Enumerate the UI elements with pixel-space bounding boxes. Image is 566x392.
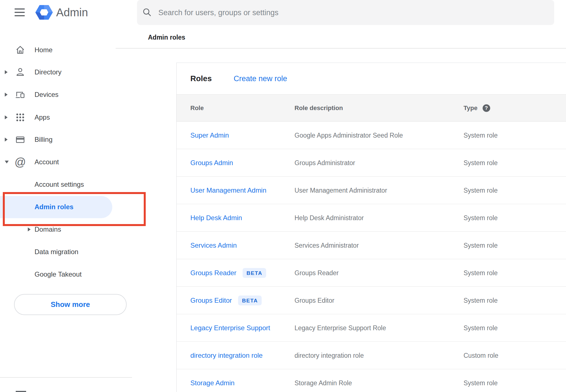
role-type: System role: [464, 324, 497, 332]
search-input[interactable]: [158, 0, 440, 26]
sidebar-item-google-takeout[interactable]: Google Takeout: [0, 263, 116, 286]
role-description: directory integration role: [295, 352, 364, 359]
breadcrumb: Admin roles: [148, 34, 185, 41]
role-description: Services Administrator: [295, 241, 359, 249]
roles-card: Roles Create new role Role Role descript…: [176, 63, 566, 392]
sidebar-item-account-settings[interactable]: Account settings: [0, 173, 116, 196]
home-icon: [15, 44, 26, 56]
role-link[interactable]: Storage Admin: [190, 379, 234, 387]
table-row: Storage Admin Storage Admin Role System …: [177, 369, 566, 392]
role-link[interactable]: Legacy Enterprise Support: [190, 324, 270, 332]
menu-icon[interactable]: [15, 8, 25, 16]
table-row: Super Admin Google Apps Administrator Se…: [177, 122, 566, 149]
table-row: directory integration role directory int…: [177, 342, 566, 369]
page-title: Roles: [190, 74, 212, 83]
role-link[interactable]: Groups Editor: [190, 297, 232, 304]
sidebar-item-label: Home: [35, 46, 53, 54]
sidebar-item-label: Apps: [35, 113, 50, 121]
sidebar-item-label: Devices: [35, 91, 58, 99]
show-more-label: Show more: [51, 300, 90, 309]
sidebar-item-domains[interactable]: Domains: [0, 218, 116, 241]
collapse-arrow-icon[interactable]: [5, 161, 9, 163]
role-type: Custom role: [464, 352, 498, 359]
create-new-role-link[interactable]: Create new role: [234, 74, 287, 83]
sidebar-bottom-divider: [0, 377, 132, 378]
role-type: System role: [464, 214, 497, 222]
role-link[interactable]: Super Admin: [190, 131, 229, 139]
role-type: System role: [464, 186, 497, 194]
sidebar-item-label: Account settings: [35, 181, 84, 188]
sidebar-item-home[interactable]: Home: [0, 39, 116, 61]
beta-badge: BETA: [243, 268, 266, 278]
at-sign-icon: @: [15, 156, 26, 168]
sidebar-item-label: Data migration: [35, 248, 78, 256]
table-row: Groups Admin Groups Administrator System…: [177, 149, 566, 177]
role-type: System role: [464, 379, 497, 387]
table-row: User Management Admin User Management Ad…: [177, 177, 566, 204]
role-link[interactable]: User Management Admin: [190, 186, 266, 194]
sidebar-item-label: Admin roles: [35, 203, 74, 211]
sidebar-item-admin-roles[interactable]: Admin roles: [0, 196, 116, 218]
role-description: Legacy Enterprise Support Role: [295, 324, 386, 332]
sidebar-item-label: Account: [35, 158, 59, 166]
table-row: Legacy Enterprise Support Legacy Enterpr…: [177, 314, 566, 342]
clipped-sidebar-icon: [16, 391, 26, 392]
role-description: Storage Admin Role: [295, 379, 352, 387]
apps-grid-icon: [15, 112, 26, 123]
expand-arrow-icon[interactable]: [28, 227, 31, 231]
sidebar-item-label: Billing: [35, 136, 53, 143]
role-type: System role: [464, 131, 497, 139]
roles-card-header: Roles Create new role: [177, 63, 566, 94]
expand-arrow-icon[interactable]: [5, 70, 8, 74]
role-link[interactable]: Groups Admin: [190, 159, 233, 167]
search-icon: [142, 7, 152, 17]
sidebar-item-label: Directory: [35, 68, 61, 76]
role-type: System role: [464, 241, 497, 249]
header-divider: [116, 48, 566, 49]
sidebar-item-directory[interactable]: Directory: [0, 61, 116, 83]
role-type: System role: [464, 269, 497, 277]
table-row: Help Desk Admin Help Desk Administrator …: [177, 204, 566, 232]
role-link[interactable]: Help Desk Admin: [190, 214, 242, 222]
admin-logo-text: Admin: [56, 6, 88, 19]
role-description: Google Apps Administrator Seed Role: [295, 131, 403, 139]
expand-arrow-icon[interactable]: [5, 115, 8, 119]
sidebar-item-label: Domains: [35, 225, 61, 233]
role-type: System role: [464, 297, 497, 304]
role-description: User Management Administrator: [295, 186, 387, 194]
help-icon[interactable]: ?: [483, 104, 490, 112]
person-icon: [15, 67, 26, 78]
sidebar-item-apps[interactable]: Apps: [0, 106, 116, 129]
admin-console-page: Admin Home Directory Devices Apps: [0, 0, 566, 392]
role-description: Help Desk Administrator: [295, 214, 364, 222]
table-row: Groups Editor BETA Groups Editor System …: [177, 287, 566, 314]
role-description: Groups Reader: [295, 269, 339, 277]
column-header-role: Role: [190, 104, 204, 112]
role-description: Groups Administrator: [295, 159, 355, 167]
column-header-type: Type ?: [464, 104, 490, 112]
sidebar-item-account[interactable]: @ Account: [0, 151, 116, 173]
credit-card-icon: [15, 134, 26, 145]
expand-arrow-icon[interactable]: [5, 138, 8, 142]
role-description: Groups Editor: [295, 297, 334, 304]
expand-arrow-icon[interactable]: [5, 93, 8, 97]
column-header-description: Role description: [295, 104, 343, 112]
sidebar-item-devices[interactable]: Devices: [0, 83, 116, 106]
role-link[interactable]: directory integration role: [190, 352, 263, 359]
show-more-button[interactable]: Show more: [14, 294, 127, 315]
sidebar-item-billing[interactable]: Billing: [0, 128, 116, 151]
table-header-row: Role Role description Type ?: [177, 94, 566, 122]
sidebar-item-data-migration[interactable]: Data migration: [0, 241, 116, 263]
admin-logo-hexagon: [35, 4, 53, 20]
table-row: Groups Reader BETA Groups Reader System …: [177, 259, 566, 287]
table-row: Services Admin Services Administrator Sy…: [177, 232, 566, 259]
devices-icon: [15, 89, 26, 100]
role-link[interactable]: Services Admin: [190, 241, 237, 249]
role-link[interactable]: Groups Reader: [190, 269, 236, 277]
role-type: System role: [464, 159, 497, 167]
sidebar-item-label: Google Takeout: [35, 270, 82, 278]
beta-badge: BETA: [238, 295, 262, 305]
